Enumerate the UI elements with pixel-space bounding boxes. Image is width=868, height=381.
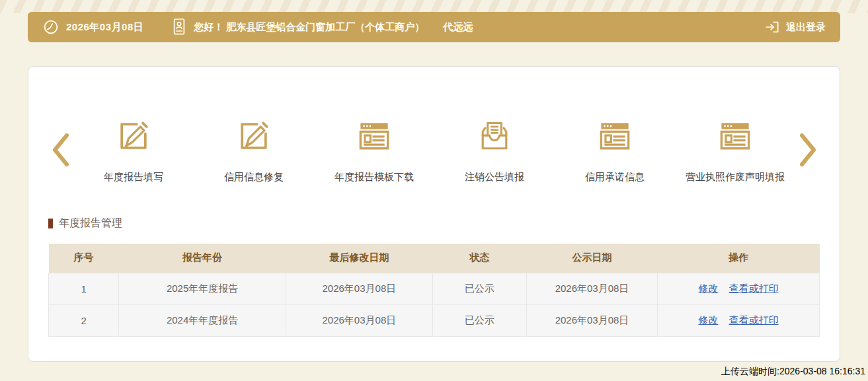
clock-icon — [42, 18, 59, 36]
template-icon — [354, 116, 394, 156]
feature-label: 年度报告模板下载 — [335, 171, 414, 184]
cell-year: 2024年年度报告 — [119, 304, 286, 336]
cell-status: 已公示 — [432, 304, 526, 336]
view-print-link[interactable]: 查看或打印 — [729, 283, 779, 294]
modify-link[interactable]: 修改 — [698, 314, 718, 326]
feature-carousel: 年度报告填写 信用信息修复 — [48, 116, 820, 184]
annual-report-table: 序号 报告年份 最后修改日期 状态 公示日期 操作 1 2025年年度报告 20… — [48, 244, 820, 337]
operator-name: 代远远 — [443, 21, 473, 34]
template-icon — [715, 116, 755, 156]
header-year: 报告年份 — [119, 244, 286, 273]
table-row: 2 2024年年度报告 2026年03月08日 已公示 2026年03月08日 … — [49, 304, 820, 336]
feature-license-void-declaration[interactable]: 营业执照作废声明填报 — [675, 116, 795, 184]
section-title-text: 年度报告管理 — [59, 217, 122, 230]
header-published: 公示日期 — [526, 244, 657, 273]
template-icon — [595, 116, 635, 156]
table-row: 1 2025年年度报告 2026年03月08日 已公示 2026年03月08日 … — [49, 273, 820, 304]
feature-cancellation-notice[interactable]: 注销公告填报 — [434, 116, 555, 184]
chevron-left-icon[interactable] — [48, 133, 73, 167]
inbox-icon — [475, 116, 514, 156]
feature-label: 注销公告填报 — [465, 171, 524, 184]
feature-label: 信用承诺信息 — [585, 171, 645, 184]
edit-icon — [234, 116, 274, 156]
section-title: 年度报告管理 — [48, 217, 820, 230]
header-modified: 最后修改日期 — [286, 244, 433, 273]
cell-seq: 1 — [49, 273, 119, 304]
cell-modified: 2026年03月08日 — [286, 304, 433, 336]
edit-icon — [114, 116, 153, 156]
chevron-right-icon[interactable] — [795, 133, 820, 167]
feature-label: 营业执照作废声明填报 — [686, 171, 785, 184]
id-badge-icon — [171, 17, 187, 37]
logout-label: 退出登录 — [786, 21, 826, 34]
logout-icon — [764, 19, 780, 35]
greeting-text: 您好！ — [194, 21, 223, 34]
cell-status: 已公示 — [432, 273, 526, 304]
logout-button[interactable]: 退出登录 — [764, 19, 826, 35]
date-group: 2026年03月08日 — [42, 18, 143, 36]
company-name: 肥东县匠堡铝合金门窗加工厂（个体工商户） — [226, 21, 424, 34]
section-marker — [48, 219, 53, 228]
feature-template-download[interactable]: 年度报告模板下载 — [314, 116, 434, 184]
cell-modified: 2026年03月08日 — [286, 273, 433, 304]
feature-credit-commitment[interactable]: 信用承诺信息 — [555, 116, 675, 184]
cell-published: 2026年03月08日 — [526, 304, 657, 336]
topbar: 2026年03月08日 您好！ 肥东县匠堡铝合金门窗加工厂（个体工商户） 代远远… — [28, 12, 840, 42]
header-seq: 序号 — [49, 244, 119, 273]
cell-actions: 修改 查看或打印 — [658, 304, 820, 336]
cell-year: 2025年年度报告 — [119, 273, 286, 304]
current-date: 2026年03月08日 — [66, 21, 143, 34]
modify-link[interactable]: 修改 — [698, 283, 718, 294]
view-print-link[interactable]: 查看或打印 — [729, 314, 779, 326]
feature-label: 信用信息修复 — [224, 171, 284, 184]
background-texture — [0, 0, 868, 13]
header-status: 状态 — [432, 244, 526, 273]
table-header-row: 序号 报告年份 最后修改日期 状态 公示日期 操作 — [49, 244, 820, 273]
upload-timestamp: 上传云端时间:2026-03-08 16:16:31 — [721, 366, 865, 378]
cell-seq: 2 — [49, 304, 119, 336]
cell-actions: 修改 查看或打印 — [658, 273, 820, 304]
main-card: 年度报告填写 信用信息修复 — [28, 66, 840, 362]
feature-credit-repair[interactable]: 信用信息修复 — [194, 116, 314, 184]
user-group: 您好！ 肥东县匠堡铝合金门窗加工厂（个体工商户） 代远远 — [171, 17, 473, 37]
cell-published: 2026年03月08日 — [526, 273, 657, 304]
feature-annual-report-fill[interactable]: 年度报告填写 — [73, 116, 194, 184]
feature-list: 年度报告填写 信用信息修复 — [73, 116, 795, 184]
feature-label: 年度报告填写 — [104, 171, 163, 184]
header-actions: 操作 — [658, 244, 820, 273]
